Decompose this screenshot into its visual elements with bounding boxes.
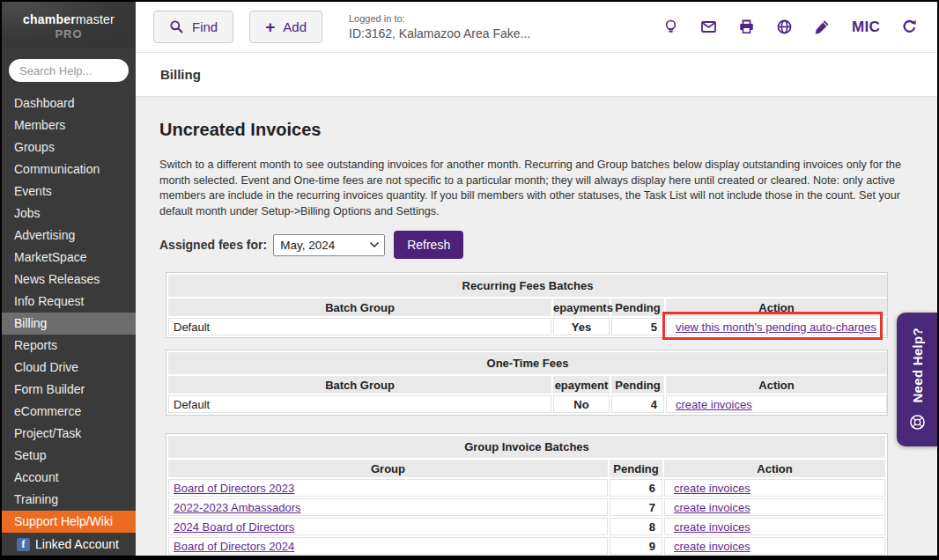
breadcrumb-bar: Billing: [136, 53, 937, 97]
create-invoices-link[interactable]: create invoices: [676, 398, 752, 411]
epayments-cell: Yes: [553, 318, 610, 335]
logged-in-label: Logged in to:: [349, 12, 530, 25]
logged-in-value: ID:3162, Kalamazoo Area Fake...: [349, 26, 530, 41]
logged-in-info: Logged in to: ID:3162, Kalamazoo Area Fa…: [349, 12, 530, 41]
group-invoice-batches-table: Group Invoice Batches Group Pending Acti…: [166, 433, 888, 556]
sidebar-item-form-builder[interactable]: Form Builder: [2, 379, 136, 401]
sidebar: chambermaster PRO Dashboard Members Grou…: [2, 2, 136, 556]
pending-cell: 9: [610, 537, 662, 555]
sidebar-item-support-help-wiki[interactable]: Support Help/Wiki: [2, 511, 136, 533]
find-button-label: Find: [192, 19, 218, 34]
action-cell: create invoices: [664, 537, 885, 555]
col-header-action: Action: [666, 376, 887, 394]
batch-group-cell: Default: [168, 395, 551, 413]
col-header-action: Action: [664, 460, 885, 477]
lightbulb-icon[interactable]: [662, 18, 679, 35]
epayment-cell: No: [553, 395, 610, 413]
sidebar-item-setup[interactable]: Setup: [2, 445, 136, 467]
need-help-label: Need Help?: [910, 328, 925, 403]
help-ring-icon: [908, 413, 927, 431]
globe-icon[interactable]: [776, 18, 793, 35]
page-title: Uncreated Invoices: [159, 120, 937, 140]
group-cell: 2022-2023 Ambassadors: [168, 498, 608, 516]
app-logo: chambermaster PRO: [2, 2, 136, 48]
refresh-icon[interactable]: [901, 18, 918, 35]
envelope-icon[interactable]: [700, 18, 717, 35]
pending-cell: 5: [611, 318, 664, 335]
create-invoices-link[interactable]: create invoices: [674, 540, 750, 553]
table-title: Recurring Fees Batches: [168, 275, 887, 297]
search-help-input[interactable]: [9, 59, 129, 82]
pencil-icon[interactable]: [814, 18, 831, 35]
sidebar-item-billing[interactable]: Billing: [2, 313, 136, 335]
add-button-label: Add: [283, 19, 307, 34]
sidebar-item-training[interactable]: Training: [2, 489, 136, 511]
col-header-group: Group: [168, 460, 608, 477]
refresh-button[interactable]: Refresh: [394, 231, 463, 259]
app-window: chambermaster PRO Dashboard Members Grou…: [0, 0, 939, 560]
page-description: Switch to a different month to see outst…: [159, 158, 906, 219]
col-header-epayment: epayment: [553, 376, 610, 394]
search-icon: [169, 19, 184, 34]
need-help-tab[interactable]: Need Help?: [897, 313, 937, 446]
sidebar-item-advertising[interactable]: Advertising: [2, 225, 136, 247]
sidebar-item-communication[interactable]: Communication: [2, 158, 136, 181]
col-header-pending: Pending: [610, 460, 662, 477]
sidebar-item-dashboard[interactable]: Dashboard: [2, 92, 136, 114]
assigned-fees-row: Assigned fees for: May, 2024 Refresh: [159, 231, 937, 259]
month-select[interactable]: May, 2024: [273, 234, 385, 256]
add-button[interactable]: + Add: [249, 11, 322, 43]
plus-icon: +: [265, 18, 275, 35]
table-title: Group Invoice Batches: [168, 436, 885, 458]
sidebar-item-groups[interactable]: Groups: [2, 136, 136, 158]
action-cell: create invoices: [664, 498, 885, 516]
group-link[interactable]: 2022-2023 Ambassadors: [174, 501, 301, 514]
recurring-fees-table: Recurring Fees Batches Batch Group epaym…: [166, 272, 888, 338]
col-header-action: Action: [666, 298, 887, 316]
sidebar-item-info-request[interactable]: Info Request: [2, 291, 136, 313]
create-invoices-link[interactable]: create invoices: [674, 520, 750, 534]
sidebar-item-account[interactable]: Account: [2, 467, 136, 489]
find-button[interactable]: Find: [153, 11, 233, 43]
group-link[interactable]: 2024 Board of Directors: [174, 520, 294, 534]
group-link[interactable]: Board of Directors 2023: [174, 482, 294, 495]
sidebar-item-project-task[interactable]: Project/Task: [2, 423, 136, 445]
assigned-fees-label: Assigned fees for:: [159, 238, 267, 252]
col-header-batch-group: Batch Group: [168, 376, 551, 394]
sidebar-item-reports[interactable]: Reports: [2, 335, 136, 357]
content-panel: Uncreated Invoices Switch to a different…: [136, 97, 937, 556]
col-header-batch-group: Batch Group: [168, 298, 551, 316]
sidebar-item-ecommerce[interactable]: eCommerce: [2, 401, 136, 423]
table-title: One-Time Fees: [168, 352, 887, 374]
sidebar-item-jobs[interactable]: Jobs: [2, 203, 136, 225]
sidebar-item-marketspace[interactable]: MarketSpace: [2, 247, 136, 269]
printer-icon[interactable]: [738, 18, 755, 35]
table-row: Default Yes 5 view this month's pending …: [168, 318, 887, 335]
sidebar-item-members[interactable]: Members: [2, 114, 136, 136]
topbar: Find + Add Logged in to: ID:3162, Kalama…: [136, 2, 937, 53]
pending-cell: 7: [610, 498, 662, 516]
action-cell: view this month's pending auto-charges: [666, 318, 887, 335]
table-row: 2022-2023 Ambassadors 7 create invoices: [168, 498, 885, 516]
create-invoices-link[interactable]: create invoices: [674, 501, 750, 514]
sidebar-item-news-releases[interactable]: News Releases: [2, 269, 136, 291]
batch-group-cell: Default: [168, 318, 551, 335]
action-cell: create invoices: [664, 479, 885, 497]
sidebar-item-events[interactable]: Events: [2, 181, 136, 203]
view-pending-auto-charges-link[interactable]: view this month's pending auto-charges: [676, 321, 876, 334]
group-link[interactable]: Board of Directors 2024: [174, 540, 294, 553]
col-header-pending: Pending: [611, 298, 664, 316]
table-row: 2024 Board of Directors 8 create invoice…: [168, 518, 885, 535]
table-row: Board of Directors 2024 9 create invoice…: [168, 537, 885, 555]
pending-cell: 8: [610, 518, 662, 535]
mic-menu[interactable]: MIC: [852, 18, 880, 36]
sidebar-item-cloud-drive[interactable]: Cloud Drive: [2, 357, 136, 379]
sidebar-item-linked-account[interactable]: f Linked Account: [2, 533, 136, 556]
create-invoices-link[interactable]: create invoices: [674, 482, 750, 495]
sidebar-nav: Dashboard Members Groups Communication E…: [2, 92, 136, 556]
action-cell: create invoices: [666, 395, 887, 413]
col-header-epayments: epayments: [553, 298, 610, 316]
action-cell: create invoices: [664, 518, 885, 535]
pending-cell: 4: [611, 395, 664, 413]
group-cell: 2024 Board of Directors: [168, 518, 608, 535]
